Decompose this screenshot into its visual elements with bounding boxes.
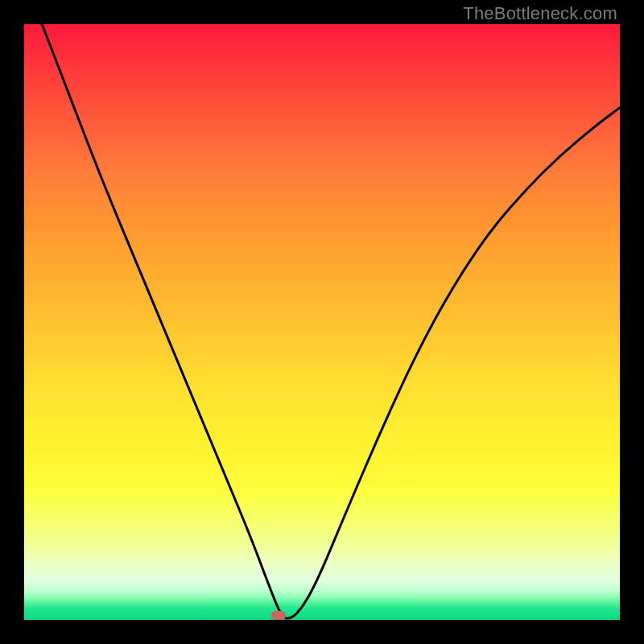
optimal-point-marker <box>271 611 286 620</box>
watermark-text: TheBottleneck.com <box>463 3 617 24</box>
chart-frame: TheBottleneck.com <box>0 0 644 644</box>
bottleneck-curve <box>24 24 620 620</box>
